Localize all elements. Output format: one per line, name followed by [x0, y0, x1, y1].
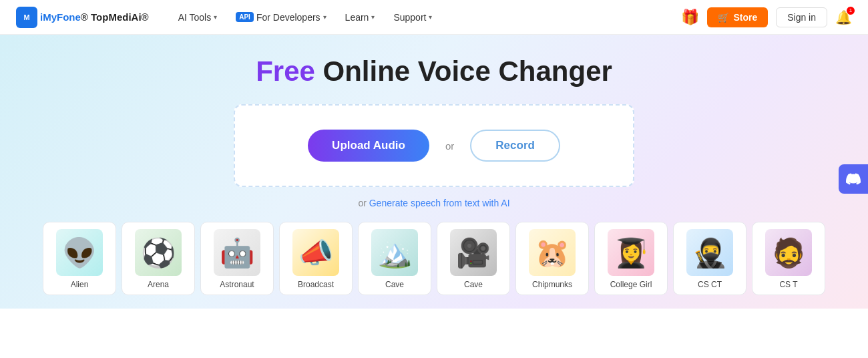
generate-speech-link-container: or Generate speech from text with AI — [0, 198, 868, 208]
cst-icon: 🧔 — [765, 229, 812, 276]
csct-label: CS CT — [698, 280, 722, 289]
logo-text: iMyFone® TopMediAi® — [40, 11, 149, 23]
broadcast-icon: 📣 — [292, 229, 339, 276]
chevron-down-icon: ▾ — [429, 13, 432, 21]
college-girl-icon: 👩‍🎓 — [608, 229, 654, 276]
alien-icon: 👽 — [56, 229, 103, 276]
voice-card-college-girl[interactable]: 👩‍🎓College Girl — [594, 222, 668, 295]
arena-label: Arena — [148, 280, 169, 289]
logo[interactable]: M iMyFone® TopMediAi® — [16, 7, 149, 28]
nav-label-learn: Learn — [345, 12, 369, 23]
or-separator: or — [445, 140, 454, 152]
nav-item-support[interactable]: Support ▾ — [385, 8, 440, 27]
nav-links: AI Tools ▾ API For Developers ▾ Learn ▾ … — [170, 8, 682, 27]
voice-card-csct[interactable]: 🥷CS CT — [673, 222, 746, 295]
voice-card-cave-dark[interactable]: 🎥Cave — [437, 222, 510, 295]
voice-card-arena[interactable]: ⚽Arena — [122, 222, 195, 295]
record-button[interactable]: Record — [470, 130, 560, 162]
nav-right: 🎁 🛒 Store Sign in 🔔 1 — [681, 7, 852, 27]
cave-dark-icon: 🎥 — [450, 229, 497, 276]
voice-card-astronaut[interactable]: 🤖Astronaut — [200, 222, 274, 295]
store-label: Store — [733, 12, 757, 23]
csct-icon: 🥷 — [686, 229, 733, 276]
notification-bell[interactable]: 🔔 1 — [835, 9, 852, 25]
generate-prefix: or — [358, 198, 369, 208]
arena-icon: ⚽ — [135, 229, 182, 276]
voice-card-cst[interactable]: 🧔CS T — [752, 222, 825, 295]
chevron-down-icon: ▾ — [214, 13, 217, 21]
voice-card-cave-teal[interactable]: 🏔️Cave — [358, 222, 431, 295]
discord-fab[interactable] — [839, 164, 868, 194]
store-button[interactable]: 🛒 Store — [707, 7, 768, 27]
nav-label-ai-tools: AI Tools — [178, 12, 212, 23]
gift-icon[interactable]: 🎁 — [681, 9, 699, 26]
nav-item-for-developers[interactable]: API For Developers ▾ — [228, 8, 334, 27]
voice-card-broadcast[interactable]: 📣Broadcast — [279, 222, 353, 295]
chipmunks-label: Chipmunks — [532, 280, 572, 289]
cart-icon: 🛒 — [718, 12, 729, 23]
cave-dark-label: Cave — [464, 280, 483, 289]
api-badge: API — [236, 12, 254, 22]
navbar: M iMyFone® TopMediAi® AI Tools ▾ API For… — [0, 0, 868, 35]
alien-label: Alien — [71, 280, 89, 289]
upload-audio-button[interactable]: Upload Audio — [308, 130, 429, 162]
generate-speech-link[interactable]: Generate speech from text with AI — [369, 198, 510, 208]
cave-teal-label: Cave — [385, 280, 404, 289]
chevron-down-icon: ▾ — [371, 13, 375, 21]
cst-label: CS T — [779, 280, 797, 289]
upload-dropzone[interactable]: Upload Audio or Record — [234, 104, 634, 187]
chipmunks-icon: 🐹 — [529, 229, 576, 276]
voice-cards-list: 👽Alien⚽Arena🤖Astronaut📣Broadcast🏔️Cave🎥C… — [0, 222, 868, 295]
logo-icon: M — [16, 7, 37, 28]
nav-item-ai-tools[interactable]: AI Tools ▾ — [170, 8, 226, 27]
hero-section: Free Online Voice Changer Upload Audio o… — [0, 35, 868, 309]
hero-title: Free Online Voice Changer — [0, 55, 868, 88]
voice-card-chipmunks[interactable]: 🐹Chipmunks — [515, 222, 589, 295]
cave-teal-icon: 🏔️ — [371, 229, 418, 276]
chevron-down-icon: ▾ — [323, 13, 327, 21]
college-girl-label: College Girl — [610, 280, 652, 289]
hero-title-free: Free — [256, 55, 315, 87]
nav-label-for-developers: For Developers — [256, 12, 320, 23]
broadcast-label: Broadcast — [298, 280, 334, 289]
astronaut-icon: 🤖 — [214, 229, 260, 276]
hero-title-rest: Online Voice Changer — [315, 55, 612, 87]
notification-badge: 1 — [847, 7, 855, 15]
signin-button[interactable]: Sign in — [776, 7, 827, 27]
astronaut-label: Astronaut — [220, 280, 254, 289]
voice-card-alien[interactable]: 👽Alien — [43, 222, 116, 295]
nav-item-learn[interactable]: Learn ▾ — [337, 8, 383, 27]
nav-label-support: Support — [393, 12, 426, 23]
